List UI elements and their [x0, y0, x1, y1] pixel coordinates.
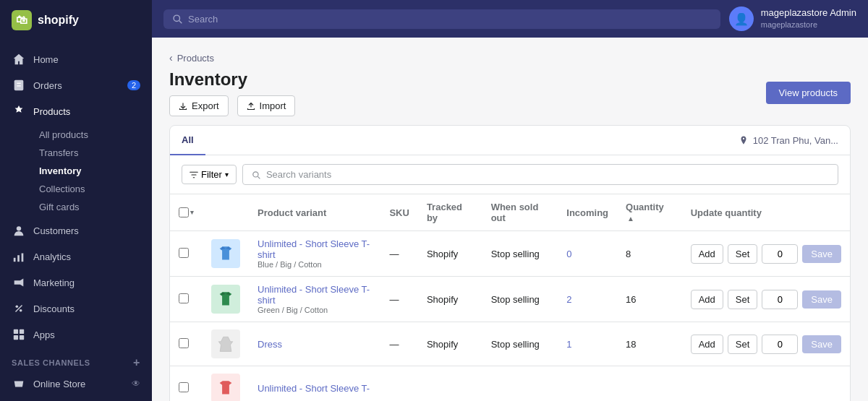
svg-line-20 [179, 21, 182, 24]
row1-update-qty: Add Set Save [682, 231, 850, 277]
analytics-icon [12, 249, 26, 264]
svg-rect-12 [14, 335, 18, 340]
row2-variant: Green / Big / Cotton [258, 306, 372, 314]
row2-checkbox[interactable] [179, 293, 189, 303]
export-button[interactable]: Export [169, 95, 229, 116]
sidebar-item-discounts-label: Discounts [33, 303, 75, 314]
svg-rect-13 [20, 335, 24, 340]
search-variants-input[interactable]: Search variants [242, 164, 838, 185]
row3-set-button[interactable]: Set [728, 335, 758, 354]
subnav-all-products[interactable]: All products [33, 126, 152, 144]
row3-add-button[interactable]: Add [691, 335, 723, 354]
sidebar-logo: 🛍 shopify [0, 0, 152, 40]
user-info: mageplazastore Admin mageplazastore [761, 7, 856, 30]
sidebar-item-analytics-label: Analytics [33, 251, 71, 262]
page-content: ‹ Products Inventory Export Import Vie [152, 38, 868, 401]
row1-checkbox[interactable] [179, 248, 189, 258]
row3-product-name[interactable]: Dress [258, 339, 372, 350]
breadcrumb-label: Products [177, 53, 214, 64]
sidebar-item-online-store[interactable]: Online Store 👁 [0, 372, 152, 395]
row1-incoming-link[interactable]: 0 [566, 249, 571, 259]
row4-incoming [558, 366, 617, 402]
when-sold-out-header: When sold out [482, 194, 558, 231]
select-chevron-icon[interactable]: ▾ [190, 209, 194, 216]
sidebar-item-marketing[interactable]: Marketing [0, 270, 152, 296]
subnav-transfers[interactable]: Transfers [33, 144, 152, 162]
row2-product-name[interactable]: Unlimited - Short Sleeve T-shirt [258, 284, 372, 306]
row3-product-image [211, 329, 240, 358]
add-sales-channel-icon[interactable]: + [133, 356, 140, 369]
sidebar-item-analytics[interactable]: Analytics [0, 243, 152, 270]
row1-when-sold-out: Stop selling [482, 231, 558, 277]
sidebar-item-point-of-sale[interactable]: Point of Sale [0, 395, 152, 401]
quantity-sort-icon[interactable]: ▲ [627, 215, 634, 223]
row1-add-button[interactable]: Add [691, 244, 723, 264]
export-label: Export [192, 100, 219, 111]
search-icon [172, 14, 182, 24]
row2-add-button[interactable]: Add [691, 290, 723, 309]
subnav-collections[interactable]: Collections [33, 180, 152, 198]
row4-checkbox[interactable] [179, 382, 189, 392]
row3-save-button[interactable]: Save [802, 335, 841, 353]
row2-qty-input[interactable] [762, 290, 798, 309]
search-bar[interactable]: Search [163, 9, 720, 29]
table-row: Unlimited - Short Sleeve T-shirt Blue / … [170, 231, 850, 277]
row3-sku: — [380, 322, 417, 366]
svg-rect-0 [14, 80, 24, 90]
row1-variant: Blue / Big / Cotton [258, 260, 372, 269]
view-products-button[interactable]: View products [766, 82, 851, 104]
tab-all[interactable]: All [170, 126, 205, 155]
breadcrumb[interactable]: ‹ Products [169, 52, 851, 64]
table-header: ▾ Product variant SKU Tracked by When so… [170, 194, 850, 231]
row3-qty-input[interactable] [762, 335, 798, 354]
row2-save-button[interactable]: Save [802, 290, 841, 309]
eye-icon[interactable]: 👁 [132, 379, 140, 389]
row4-update-qty [682, 366, 850, 402]
row3-when-sold-out: Stop selling [482, 322, 558, 366]
sidebar-item-customers[interactable]: Customers [0, 217, 152, 243]
row1-save-button[interactable]: Save [802, 245, 841, 263]
row1-product-name[interactable]: Unlimited - Short Sleeve T-shirt [258, 238, 372, 260]
sidebar-item-discounts[interactable]: Discounts [0, 296, 152, 322]
user-email: mageplazastore [761, 20, 856, 30]
search-placeholder: Search [188, 14, 218, 25]
import-button[interactable]: Import [237, 95, 296, 116]
sidebar: 🛍 shopify Home Orders 2 Products [0, 0, 152, 401]
row4-product-name[interactable]: Unlimited - Short Sleeve T- [258, 383, 372, 394]
row4-quantity [617, 366, 682, 402]
row2-incoming-link[interactable]: 2 [566, 294, 571, 305]
card-top: All 102 Tran Phu, Van... [170, 126, 850, 155]
row1-set-button[interactable]: Set [728, 244, 758, 264]
row3-checkbox[interactable] [179, 338, 189, 348]
sidebar-logo-text: shopify [38, 14, 79, 27]
row1-qty-input[interactable] [762, 244, 798, 264]
row3-checkbox-cell [170, 322, 203, 366]
row4-tracked-by [418, 366, 482, 402]
avatar[interactable]: 👤 [729, 7, 754, 31]
subnav-inventory[interactable]: Inventory [33, 162, 152, 180]
sidebar-item-apps[interactable]: Apps [0, 322, 152, 348]
sidebar-item-home[interactable]: Home [0, 46, 152, 72]
sidebar-nav: Home Orders 2 Products All products Tran… [0, 40, 152, 401]
sidebar-item-products-label: Products [33, 106, 70, 117]
row2-tracked-by: Shopify [418, 277, 482, 322]
subnav-gift-cards[interactable]: Gift cards [33, 198, 152, 216]
row2-incoming: 2 [558, 277, 617, 322]
svg-rect-10 [14, 329, 18, 334]
sidebar-item-products[interactable]: Products [0, 98, 152, 124]
svg-rect-4 [14, 258, 16, 262]
select-all-checkbox[interactable] [179, 207, 189, 217]
inventory-card: All 102 Tran Phu, Van... Filter ▾ Search… [169, 125, 851, 401]
update-quantity-header: Update quantity [682, 194, 850, 231]
discounts-icon [12, 301, 26, 316]
products-icon [12, 104, 26, 118]
row2-checkbox-cell [170, 277, 203, 322]
svg-rect-5 [17, 255, 20, 262]
filter-button[interactable]: Filter ▾ [182, 165, 237, 184]
row3-incoming-link[interactable]: 1 [566, 339, 571, 350]
green-tshirt-icon [216, 289, 236, 309]
row3-update-qty: Add Set Save [682, 322, 850, 366]
sidebar-item-orders[interactable]: Orders 2 [0, 72, 152, 98]
row2-set-button[interactable]: Set [728, 290, 758, 309]
import-label: Import [260, 100, 286, 111]
